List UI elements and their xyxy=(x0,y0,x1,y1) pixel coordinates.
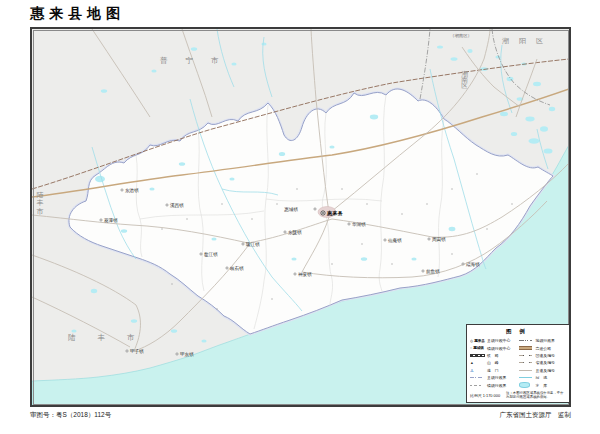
legend-row: ⚓ 港 口 xyxy=(470,367,519,374)
legend-row: 国道及编号 xyxy=(519,352,568,359)
town-label: 惠城镇 xyxy=(283,207,298,212)
legend-row: ○ 惠城镇 镇级行政中心 xyxy=(470,344,519,351)
town-label: 甲东镇 xyxy=(180,352,194,357)
town-label: 神泉镇 xyxy=(298,272,312,277)
legend-row: 县级行政界 xyxy=(470,374,519,381)
scale-label: 比例尺 1:170 000 xyxy=(470,393,506,398)
port-icon: ⚓ xyxy=(470,368,474,373)
legend-row: 地级行政界 xyxy=(519,337,568,344)
county-seat-symbol: ◎ 惠来县 xyxy=(470,339,485,343)
town-label: 甲子镇 xyxy=(130,349,144,354)
county-seat-marker xyxy=(321,211,325,215)
legend-row: 高速公路 xyxy=(519,344,568,351)
town-label: 隆江镇 xyxy=(246,241,260,247)
town-label: 华湖镇 xyxy=(352,222,366,227)
town-label: 鳌江镇 xyxy=(204,252,218,257)
town-symbol: ○ 惠城镇 xyxy=(470,346,484,350)
page-title: 惠来县地图 xyxy=(30,5,125,23)
region-label-puning: 普宁市 xyxy=(160,56,237,65)
national-road-symbol xyxy=(519,355,532,356)
town-label: 东陇镇 xyxy=(288,229,302,236)
prefecture-boundary-symbol xyxy=(519,340,532,341)
legend-row: ◎ 惠来县 县级行政中心 xyxy=(470,337,519,344)
publisher: 广东省国土资源厅 监制 xyxy=(500,411,572,420)
region-label-lufeng-south: 陆丰市 xyxy=(68,333,157,342)
town-boundary-symbol xyxy=(470,385,483,386)
region-label-chaonan-paren: （潮南区） xyxy=(450,33,472,38)
river-symbol xyxy=(519,377,532,378)
peak-icon: ▲ xyxy=(470,361,474,365)
legend-title: 图例 xyxy=(472,328,567,335)
legend-note: 注：本图行政区域界线仅作示意，不作为划定行政区域界线的依据。 xyxy=(506,391,567,400)
legend-row: 县道及编号 xyxy=(519,367,568,374)
county-road-symbol xyxy=(519,370,532,371)
map-footer: 审图号：粤S（2018）112号 广东省国土资源厅 监制 xyxy=(30,411,571,420)
map-canvas: 惠来县 xyxy=(32,29,569,405)
town-label: 溪西镇 xyxy=(170,202,184,209)
region-label-chaoyang: 潮阳区 xyxy=(502,37,553,45)
town-label: 靖海镇 xyxy=(466,262,480,267)
legend-row: 镇级行政界 xyxy=(470,381,519,388)
reservoir-symbol xyxy=(519,382,530,387)
legend-right-column: 地级行政界 高速公路 国道及编号 省道及编号 xyxy=(519,337,568,389)
legend: 图例 ◎ 惠来县 县级行政中心 ○ 惠城镇 镇级行政中心 铁 xyxy=(466,324,569,403)
expressway-symbol xyxy=(519,346,532,350)
provincial-road-symbol xyxy=(519,362,532,363)
legend-row: 铁 路 xyxy=(470,352,519,359)
town-label: 葵潭镇 xyxy=(104,217,118,223)
page: 惠来县地图 xyxy=(0,0,600,434)
legend-row: 水 库 xyxy=(519,381,568,388)
legend-row: 河 流 xyxy=(519,374,568,381)
county-boundary-symbol xyxy=(470,377,483,378)
legend-row: 省道及编号 xyxy=(519,359,568,366)
legend-row: ▲ 山 峰 xyxy=(470,359,519,366)
legend-left-column: ◎ 惠来县 县级行政中心 ○ 惠城镇 镇级行政中心 铁 路 ▲ xyxy=(470,337,519,389)
county-seat-label: 惠来县 xyxy=(326,210,343,217)
railway-symbol xyxy=(470,354,485,358)
map-frame: 惠来县 xyxy=(30,27,571,407)
town-label: 前詹镇 xyxy=(426,269,440,274)
approval-number: 审图号：粤S（2018）112号 xyxy=(30,411,111,420)
